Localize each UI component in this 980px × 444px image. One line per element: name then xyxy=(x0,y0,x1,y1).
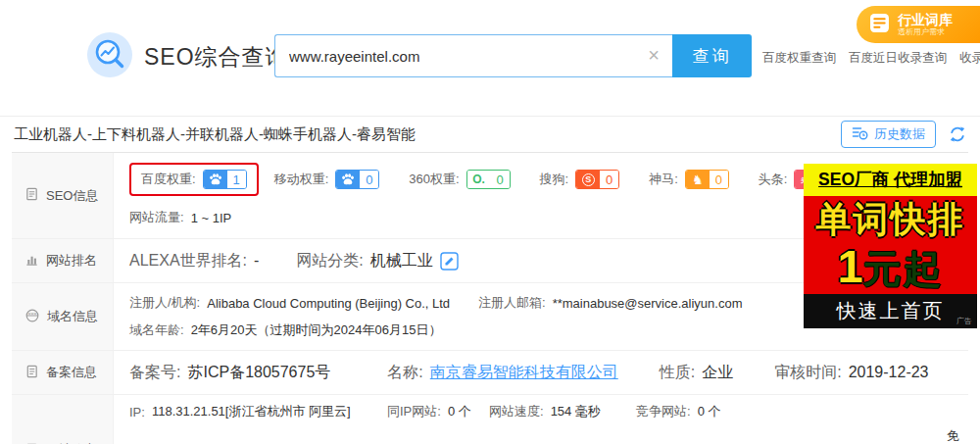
ad-tag: 广告 xyxy=(956,318,972,325)
competitor-label: 竞争网站: xyxy=(636,403,691,420)
alexa-rank-value: - xyxy=(254,252,259,270)
edit-category-icon[interactable] xyxy=(440,252,459,271)
traffic-value: 1 ~ 1IP xyxy=(191,211,232,225)
ad-banner[interactable]: SEO厂商 代理加盟 单词快排 1元起 快速上首页 广告 xyxy=(804,164,977,328)
360-logo-icon: O. xyxy=(467,171,491,188)
icp-number-label: 备案号: xyxy=(129,363,180,383)
audit-time-value: 2019-12-23 xyxy=(849,364,929,381)
sogou-weight-value: 0 xyxy=(600,171,618,188)
ad-headline: SEO厂商 代理加盟 xyxy=(804,164,977,196)
page-title: SEO综合查询 xyxy=(144,42,289,73)
clear-input-icon[interactable]: × xyxy=(648,44,660,66)
shenma-weight-badge[interactable]: ♞ 0 xyxy=(685,170,729,189)
site-title: 工业机器人-上下料机器人-并联机器人-蜘蛛手机器人-睿易智能 xyxy=(14,125,416,144)
globe-www-icon: www xyxy=(24,308,40,326)
toutiao-weight-label: 头条: xyxy=(759,171,788,188)
registrant-email-value: **mainabuse@service.aliyun.com xyxy=(553,296,743,311)
registrant-value: Alibaba Cloud Computing (Beijing) Co., L… xyxy=(207,296,450,311)
search-input[interactable] xyxy=(274,34,672,77)
ad-footer-text: 快速上首页 xyxy=(837,300,945,321)
competitor-value: 0 个 xyxy=(698,403,721,420)
quick-links: 百度权重查询 百度近日收录查询 收录查询 xyxy=(762,50,980,67)
audit-time-label: 审核时间: xyxy=(774,363,841,383)
sogou-s-icon: S xyxy=(576,171,600,188)
server-icon xyxy=(24,441,39,444)
search-bar: × 查询 xyxy=(274,34,752,77)
mobile-weight-badge[interactable]: 0 xyxy=(335,170,379,189)
ad-price-text: 元起 xyxy=(863,248,944,290)
icp-number-value: 苏ICP备18057675号 xyxy=(187,363,330,383)
history-list-clock-icon xyxy=(852,125,868,143)
logo: SEO综合查询 xyxy=(86,31,289,82)
alexa-rank-label: ALEXA世界排名: xyxy=(129,251,247,271)
domain-age-value: 2年6月20天（过期时间为2024年06月15日） xyxy=(191,321,442,339)
site-category-label: 网站分类: xyxy=(296,251,363,271)
baidu-weight-value: 1 xyxy=(227,171,246,188)
shenma-weight-value: 0 xyxy=(710,171,728,188)
history-data-label: 历史数据 xyxy=(874,125,925,143)
row-site-info: 网站信息 IP: 118.31.21.51[浙江省杭州市 阿里云] 同IP网站:… xyxy=(12,394,968,444)
site-category-value: 机械工业 xyxy=(370,251,433,271)
registrant-label: 注册人/机构: xyxy=(129,294,200,312)
baidu-weight-badge[interactable]: 1 xyxy=(203,170,247,189)
same-ip-label: 同IP网站: xyxy=(387,403,441,420)
row-icp-info: 备案信息 备案号: 苏ICP备18057675号 名称: 南京睿易智能科技有限公… xyxy=(12,350,968,394)
clipboard-icon xyxy=(24,364,39,382)
company-name-link[interactable]: 南京睿易智能科技有限公司 xyxy=(430,363,618,383)
ad-price-number: 1 xyxy=(837,240,862,292)
ip-label: IP: xyxy=(129,405,145,419)
breadcrumb-row: 工业机器人-上下料机器人-并联机器人-蜘蛛手机器人-睿易智能 历史数据 xyxy=(0,116,980,152)
link-baidu-weight-query[interactable]: 百度权重查询 xyxy=(762,50,836,67)
360-weight-value: 0 xyxy=(491,171,510,188)
link-baidu-recent-index-query[interactable]: 百度近日收录查询 xyxy=(849,50,947,67)
sidebar-item-domain-info: www 域名信息 xyxy=(12,283,114,350)
baidu-paw-icon xyxy=(336,171,360,188)
baidu-weight-highlight: 百度权重: 1 xyxy=(129,163,259,196)
ad-footer: 快速上首页 广告 xyxy=(804,294,977,328)
traffic-label: 网站流量: xyxy=(129,209,184,226)
free-apply-link[interactable]: 免费申请 xyxy=(947,427,968,444)
domain-age-label: 域名年龄: xyxy=(129,321,184,339)
sogou-weight-label: 搜狗: xyxy=(540,171,569,188)
company-name-label: 名称: xyxy=(387,363,422,383)
ad-body: 单词快排 1元起 xyxy=(804,196,977,294)
shenma-horse-icon: ♞ xyxy=(686,171,710,188)
baidu-weight-label: 百度权重: xyxy=(141,171,196,188)
mobile-weight-label: 移动权重: xyxy=(274,171,329,188)
360-weight-badge[interactable]: O. 0 xyxy=(466,170,511,189)
row-label-text: 域名信息 xyxy=(47,308,98,325)
sidebar-item-site-info: 网站信息 xyxy=(12,395,114,444)
row-label-text: SEO信息 xyxy=(46,187,98,205)
nature-label: 性质: xyxy=(660,363,695,383)
shenma-weight-label: 神马: xyxy=(649,171,678,188)
ip-value: 118.31.21.51[浙江省杭州市 阿里云] xyxy=(152,403,351,420)
360-weight-label: 360权重: xyxy=(409,171,459,188)
refresh-icon[interactable] xyxy=(949,125,966,143)
baidu-paw-icon xyxy=(204,171,227,188)
row-label-text: 备案信息 xyxy=(46,364,97,381)
seo-query-page: 行业词库 透析用户需求 SEO综合查询 × 查询 百度 xyxy=(0,0,980,444)
header: SEO综合查询 × 查询 百度权重查询 百度近日收录查询 收录查询 xyxy=(0,0,980,116)
sidebar-item-rank-info: 网站排名 xyxy=(12,239,114,282)
history-data-button[interactable]: 历史数据 xyxy=(841,121,936,148)
sidebar-item-seo-info: SEO信息 xyxy=(12,153,114,238)
sidebar-item-icp-info: 备案信息 xyxy=(12,351,114,394)
registrant-email-label: 注册人邮箱: xyxy=(478,294,546,312)
document-icon xyxy=(24,186,39,205)
sogou-weight-badge[interactable]: S 0 xyxy=(575,170,619,189)
speed-label: 网站速度: xyxy=(489,403,544,420)
row-label-text: 网站排名 xyxy=(46,252,97,270)
magnifier-chart-icon xyxy=(86,31,133,82)
ad-keyword: 单词快排 xyxy=(804,196,977,242)
ad-price: 1元起 xyxy=(804,242,977,294)
nature-value: 企业 xyxy=(702,363,733,383)
bar-chart-icon xyxy=(24,252,39,271)
svg-text:www: www xyxy=(28,312,37,316)
link-index-query[interactable]: 收录查询 xyxy=(959,50,980,67)
search-button[interactable]: 查询 xyxy=(672,34,752,77)
speed-value: 154 毫秒 xyxy=(551,403,601,420)
same-ip-value: 0 个 xyxy=(448,403,471,420)
mobile-weight-value: 0 xyxy=(360,171,378,188)
